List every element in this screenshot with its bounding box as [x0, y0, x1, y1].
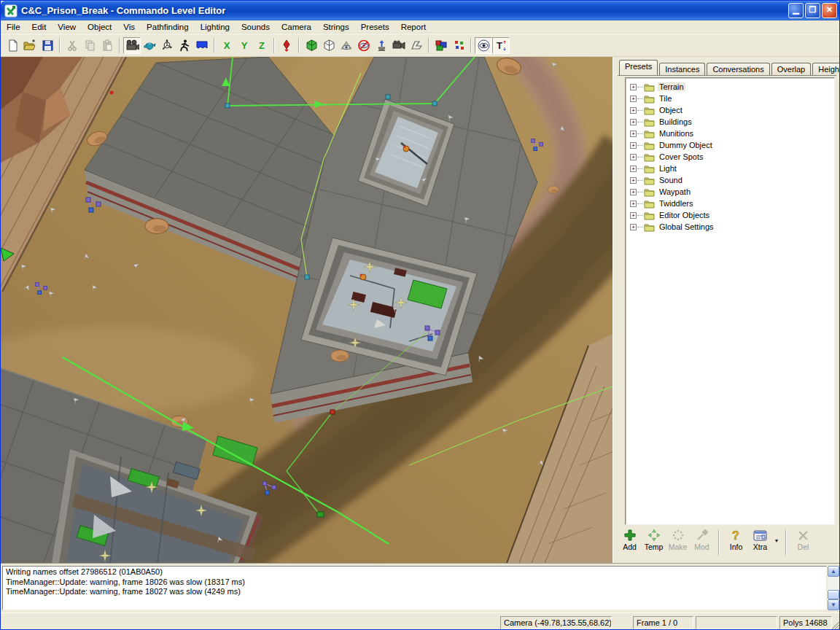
axis-y-button[interactable]: Y — [236, 37, 253, 54]
menu-presets[interactable]: Presets — [355, 22, 395, 32]
xtra-dropdown-arrow[interactable]: ▼ — [772, 528, 781, 553]
tree-item-terrain[interactable]: +Terrain — [630, 81, 834, 93]
video-camera-button[interactable] — [390, 37, 408, 54]
presets-tree[interactable]: +Terrain +Tile +Object +Buildings +Munit… — [625, 77, 835, 525]
visibility-toggle-button[interactable] — [475, 37, 492, 54]
paste-button[interactable] — [98, 37, 116, 54]
hide-objects-button[interactable] — [355, 37, 373, 54]
solid-view-button[interactable] — [303, 37, 320, 54]
menu-object[interactable]: Object — [82, 22, 117, 32]
expand-icon[interactable]: + — [630, 212, 637, 219]
menu-camera[interactable]: Camera — [276, 22, 317, 32]
title-bar[interactable]: C&C_Prison_Break - Commando Level Editor… — [1, 1, 840, 20]
tab-instances[interactable]: Instances — [659, 63, 705, 75]
minimize-button[interactable]: ▁ — [788, 3, 804, 18]
walk-mode-button[interactable] — [176, 37, 193, 54]
toolbar-separator — [298, 38, 300, 53]
xtra-button[interactable]: Xtra — [748, 528, 772, 551]
folder-icon — [644, 82, 655, 92]
tree-item-sound[interactable]: +Sound — [630, 174, 834, 186]
open-button[interactable] — [21, 37, 39, 54]
menu-bar: File Edit View Object Vis Pathfinding Li… — [1, 20, 840, 34]
expand-icon[interactable]: + — [630, 166, 637, 172]
log-scrollbar[interactable]: ▲ ▼ — [828, 566, 839, 610]
wireframe-cube-icon — [323, 39, 335, 52]
teapot-button[interactable] — [141, 37, 158, 54]
camera-mode-button[interactable] — [123, 37, 141, 54]
polygon-tool-button[interactable] — [408, 37, 425, 54]
tree-item-global-settings[interactable]: +Global Settings — [630, 221, 834, 233]
tree-item-cover-spots[interactable]: +Cover Spots — [630, 151, 834, 163]
drop-to-ground-button[interactable] — [278, 37, 295, 54]
tree-item-tile[interactable]: +Tile — [630, 93, 834, 104]
expand-icon[interactable]: + — [630, 224, 637, 230]
maximize-button[interactable]: ❐ — [805, 3, 820, 18]
menu-report[interactable]: Report — [395, 22, 432, 32]
group-objects-button[interactable] — [432, 37, 450, 54]
colored-cubes-icon — [435, 39, 448, 52]
expand-icon[interactable]: + — [630, 131, 637, 137]
menu-sounds[interactable]: Sounds — [236, 22, 276, 32]
tab-underline — [618, 75, 836, 76]
copy-button[interactable] — [81, 37, 98, 54]
info-button[interactable]: ?Info — [724, 528, 748, 551]
expand-icon[interactable]: + — [630, 142, 637, 149]
expand-icon[interactable]: + — [630, 189, 637, 195]
folder-icon — [644, 106, 655, 115]
text-labels-button[interactable]: T — [492, 37, 510, 54]
axis-z-button[interactable]: Z — [253, 37, 271, 54]
tree-item-object[interactable]: +Object — [630, 104, 834, 116]
open-folder-icon — [23, 39, 36, 52]
tab-heightfield[interactable]: Heightfield — [812, 63, 840, 75]
viewport-3d[interactable] — [1, 57, 612, 563]
menu-lighting[interactable]: Lighting — [195, 22, 236, 32]
temp-button[interactable]: Temp — [642, 528, 666, 551]
status-bar: Camera (-49.78,135.55,68.62) Frame 1 / 0… — [1, 612, 840, 630]
tree-item-munitions[interactable]: +Munitions — [630, 128, 834, 139]
expand-icon[interactable]: + — [630, 177, 637, 184]
menu-vis[interactable]: Vis — [117, 22, 141, 32]
axis-gizmo-button[interactable] — [158, 37, 176, 54]
save-button[interactable] — [39, 37, 56, 54]
scroll-up-icon[interactable]: ▲ — [828, 566, 839, 577]
add-button[interactable]: Add — [618, 528, 642, 551]
raise-light-button[interactable] — [373, 37, 390, 54]
del-button[interactable]: Del — [791, 528, 815, 551]
mod-button[interactable]: Mod — [690, 528, 714, 551]
menu-strings[interactable]: Strings — [317, 22, 355, 32]
tab-conversations[interactable]: Conversations — [707, 63, 769, 75]
new-button[interactable] — [4, 37, 21, 54]
expand-icon[interactable]: + — [630, 107, 637, 114]
resize-grip[interactable] — [831, 621, 840, 630]
menu-edit[interactable]: Edit — [26, 22, 52, 32]
toolbar-separator — [214, 38, 215, 53]
menu-pathfinding[interactable]: Pathfinding — [141, 22, 195, 32]
tree-item-twiddlers[interactable]: +Twiddlers — [630, 198, 834, 209]
expand-icon[interactable]: + — [630, 154, 637, 160]
close-button[interactable]: ✕ — [822, 3, 837, 18]
tree-item-buildings[interactable]: +Buildings — [630, 116, 834, 128]
cut-button[interactable] — [63, 37, 81, 54]
menu-file[interactable]: File — [1, 22, 26, 32]
axis-y-label: Y — [241, 40, 248, 51]
flag-button[interactable] — [193, 37, 211, 54]
tab-presets[interactable]: Presets — [619, 60, 658, 75]
wireframe-view-button[interactable] — [320, 37, 338, 54]
expand-icon[interactable]: + — [630, 84, 637, 90]
expand-icon[interactable]: + — [630, 201, 637, 207]
make-button[interactable]: Make — [666, 528, 690, 551]
expand-icon[interactable]: + — [630, 119, 637, 125]
tree-item-waypath[interactable]: +Waypath — [630, 186, 834, 198]
show-terrain-button[interactable] — [338, 37, 355, 54]
scroll-down-icon[interactable]: ▼ — [828, 599, 839, 610]
tab-overlap[interactable]: Overlap — [771, 63, 812, 75]
expand-icon[interactable]: + — [630, 96, 637, 102]
axis-x-button[interactable]: X — [218, 37, 236, 54]
scroll-thumb[interactable] — [828, 590, 839, 599]
tree-item-editor-objects[interactable]: +Editor Objects — [630, 209, 834, 221]
tree-item-dummy-object[interactable]: +Dummy Object — [630, 139, 834, 151]
menu-view[interactable]: View — [52, 22, 82, 32]
log-output[interactable]: Writing names offset 27986512 (01AB0A50)… — [2, 566, 827, 610]
scatter-objects-button[interactable] — [450, 37, 467, 54]
tree-item-light[interactable]: +Light — [630, 163, 834, 174]
